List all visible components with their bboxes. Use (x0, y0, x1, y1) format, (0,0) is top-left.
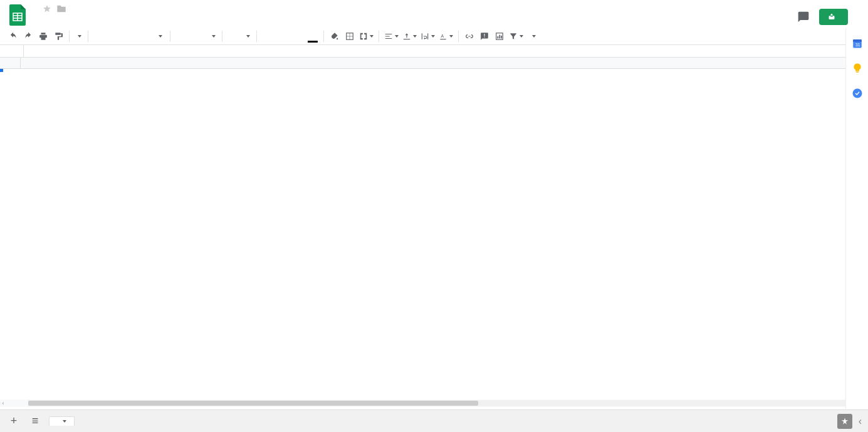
side-panel-toggle-icon[interactable]: ‹ (859, 416, 862, 427)
v-align-icon[interactable] (401, 29, 418, 44)
select-all-corner[interactable] (0, 58, 21, 68)
menu-file[interactable] (33, 21, 41, 24)
text-rotate-icon[interactable]: A (437, 29, 454, 44)
separator (379, 31, 379, 42)
sheet-tab-active[interactable] (49, 416, 75, 426)
increase-decimal-button[interactable] (137, 29, 151, 44)
menu-insert[interactable] (59, 21, 68, 24)
separator (170, 31, 170, 42)
svg-rect-13 (853, 39, 862, 42)
share-button[interactable] (819, 9, 848, 25)
calendar-icon[interactable]: 31 (852, 38, 863, 49)
tasks-icon[interactable] (852, 88, 863, 99)
svg-text:A: A (441, 33, 444, 38)
separator (69, 31, 70, 42)
sheet-tab-menu-icon[interactable] (63, 420, 66, 423)
separator (458, 31, 459, 42)
all-sheets-icon[interactable]: ≡ (28, 414, 43, 429)
spreadsheet-grid: ‹ › ▴ ▾ (0, 58, 868, 407)
menu-tools[interactable] (85, 21, 94, 24)
save-status[interactable] (112, 21, 122, 24)
menu-view[interactable] (50, 21, 59, 24)
formula-input[interactable] (24, 45, 868, 57)
fx-icon[interactable] (0, 45, 24, 57)
decrease-decimal-button[interactable] (122, 29, 136, 44)
text-wrap-icon[interactable] (419, 29, 436, 44)
separator (323, 31, 324, 42)
undo-icon[interactable] (6, 29, 20, 44)
print-icon[interactable] (36, 29, 50, 44)
paint-format-icon[interactable] (51, 29, 65, 44)
zoom-select[interactable] (73, 35, 84, 38)
svg-rect-15 (855, 71, 859, 73)
font-select[interactable] (174, 35, 218, 38)
svg-text:31: 31 (855, 43, 860, 47)
svg-rect-11 (501, 35, 502, 38)
fill-color-icon[interactable] (328, 29, 342, 44)
separator (88, 31, 88, 42)
titlebar (0, 0, 868, 28)
redo-icon[interactable] (21, 29, 35, 44)
svg-point-16 (852, 89, 862, 98)
insert-link-icon[interactable] (463, 29, 476, 44)
italic-button[interactable] (276, 29, 290, 44)
menu-edit[interactable] (41, 21, 50, 24)
font-size-select[interactable] (230, 35, 253, 38)
separator (222, 31, 222, 42)
folder-move-icon[interactable] (56, 4, 66, 13)
menu-data[interactable] (76, 21, 85, 24)
h-scroll-thumb[interactable] (28, 401, 478, 406)
text-color-button[interactable] (306, 29, 320, 44)
borders-icon[interactable] (343, 29, 357, 44)
strikethrough-button[interactable] (291, 29, 305, 44)
svg-rect-10 (499, 34, 500, 38)
bold-button[interactable] (261, 29, 275, 44)
sheet-tabs-bar: + ≡ ‹ (0, 409, 868, 432)
sheets-logo[interactable] (6, 4, 29, 26)
side-panel: 31 (845, 28, 868, 409)
formula-bar (0, 45, 868, 58)
fill-handle[interactable] (0, 69, 3, 72)
explore-button[interactable] (837, 414, 852, 429)
menu-help[interactable] (103, 21, 112, 24)
add-sheet-icon[interactable]: + (6, 414, 21, 429)
star-icon[interactable] (43, 4, 51, 13)
functions-icon[interactable] (526, 29, 540, 44)
title-area (33, 3, 797, 29)
insert-chart-icon[interactable] (493, 29, 506, 44)
menu-addons[interactable] (94, 21, 103, 24)
horizontal-scrollbar[interactable]: ‹ › (0, 399, 859, 407)
column-headers (0, 58, 859, 69)
filter-icon[interactable] (508, 29, 525, 44)
svg-rect-9 (498, 36, 499, 39)
more-formats-button[interactable] (152, 29, 166, 44)
titlebar-right (797, 3, 868, 25)
comments-icon[interactable] (797, 11, 810, 23)
merge-cells-icon[interactable] (358, 29, 375, 44)
h-align-icon[interactable] (383, 29, 400, 44)
separator (256, 31, 257, 42)
currency-button[interactable] (92, 29, 106, 44)
menubar (33, 16, 797, 29)
keep-icon[interactable] (852, 63, 863, 74)
selected-cell-outline (0, 69, 3, 71)
percent-button[interactable] (107, 29, 121, 44)
toolbar: A (0, 28, 868, 45)
menu-format[interactable] (68, 21, 76, 24)
insert-comment-icon[interactable] (478, 29, 491, 44)
